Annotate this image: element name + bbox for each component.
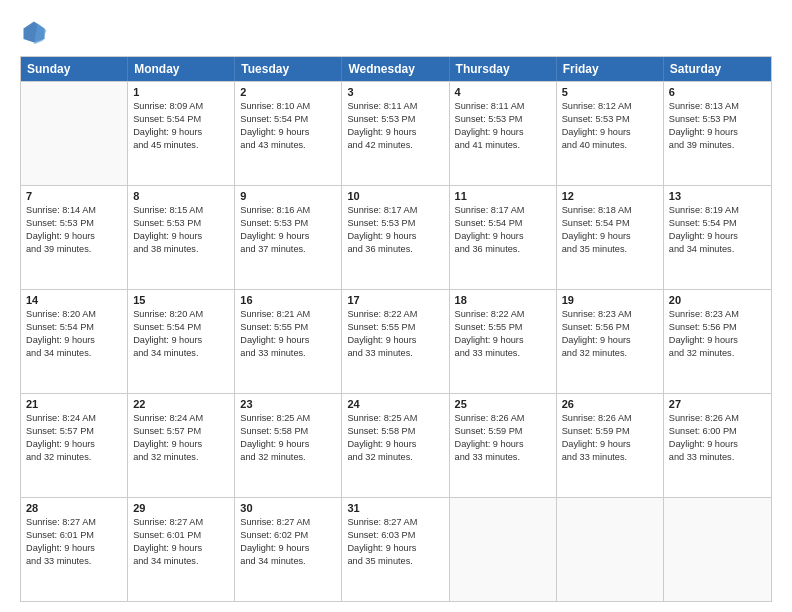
calendar-header: SundayMondayTuesdayWednesdayThursdayFrid… — [21, 57, 771, 81]
sunset-line: Sunset: 5:54 PM — [26, 321, 122, 334]
sunrise-line: Sunrise: 8:11 AM — [347, 100, 443, 113]
daylight-label: Daylight: 9 hours — [347, 230, 443, 243]
day-number: 11 — [455, 190, 551, 202]
sunset-line: Sunset: 5:54 PM — [133, 113, 229, 126]
day-number: 22 — [133, 398, 229, 410]
sunrise-line: Sunrise: 8:25 AM — [240, 412, 336, 425]
sunrise-line: Sunrise: 8:14 AM — [26, 204, 122, 217]
calendar-cell: 11Sunrise: 8:17 AMSunset: 5:54 PMDayligh… — [450, 186, 557, 289]
header-day-sunday: Sunday — [21, 57, 128, 81]
day-number: 21 — [26, 398, 122, 410]
day-number: 8 — [133, 190, 229, 202]
sunset-line: Sunset: 6:00 PM — [669, 425, 766, 438]
sunset-line: Sunset: 5:57 PM — [26, 425, 122, 438]
daylight-label: Daylight: 9 hours — [26, 542, 122, 555]
sunset-line: Sunset: 5:53 PM — [669, 113, 766, 126]
daylight-label: Daylight: 9 hours — [669, 126, 766, 139]
calendar-cell: 13Sunrise: 8:19 AMSunset: 5:54 PMDayligh… — [664, 186, 771, 289]
day-number: 23 — [240, 398, 336, 410]
daylight-label: Daylight: 9 hours — [455, 334, 551, 347]
calendar-cell: 3Sunrise: 8:11 AMSunset: 5:53 PMDaylight… — [342, 82, 449, 185]
calendar-cell: 5Sunrise: 8:12 AMSunset: 5:53 PMDaylight… — [557, 82, 664, 185]
daylight-label: Daylight: 9 hours — [240, 542, 336, 555]
sunrise-line: Sunrise: 8:27 AM — [240, 516, 336, 529]
calendar-cell: 27Sunrise: 8:26 AMSunset: 6:00 PMDayligh… — [664, 394, 771, 497]
header-day-friday: Friday — [557, 57, 664, 81]
sunrise-line: Sunrise: 8:11 AM — [455, 100, 551, 113]
calendar-row-4: 28Sunrise: 8:27 AMSunset: 6:01 PMDayligh… — [21, 497, 771, 601]
calendar-cell: 28Sunrise: 8:27 AMSunset: 6:01 PMDayligh… — [21, 498, 128, 601]
calendar-cell — [557, 498, 664, 601]
daylight-label: Daylight: 9 hours — [240, 126, 336, 139]
day-number: 28 — [26, 502, 122, 514]
calendar-row-0: 1Sunrise: 8:09 AMSunset: 5:54 PMDaylight… — [21, 81, 771, 185]
sunrise-line: Sunrise: 8:17 AM — [455, 204, 551, 217]
day-number: 29 — [133, 502, 229, 514]
sunrise-line: Sunrise: 8:22 AM — [347, 308, 443, 321]
sunrise-line: Sunrise: 8:17 AM — [347, 204, 443, 217]
calendar-cell: 20Sunrise: 8:23 AMSunset: 5:56 PMDayligh… — [664, 290, 771, 393]
daylight-minutes: and 37 minutes. — [240, 243, 336, 256]
sunrise-line: Sunrise: 8:16 AM — [240, 204, 336, 217]
sunrise-line: Sunrise: 8:13 AM — [669, 100, 766, 113]
sunrise-line: Sunrise: 8:15 AM — [133, 204, 229, 217]
daylight-label: Daylight: 9 hours — [347, 542, 443, 555]
daylight-label: Daylight: 9 hours — [562, 334, 658, 347]
sunset-line: Sunset: 5:53 PM — [26, 217, 122, 230]
day-number: 16 — [240, 294, 336, 306]
sunset-line: Sunset: 5:53 PM — [455, 113, 551, 126]
day-number: 7 — [26, 190, 122, 202]
sunrise-line: Sunrise: 8:22 AM — [455, 308, 551, 321]
page: SundayMondayTuesdayWednesdayThursdayFrid… — [0, 0, 792, 612]
sunset-line: Sunset: 5:53 PM — [562, 113, 658, 126]
calendar-cell: 29Sunrise: 8:27 AMSunset: 6:01 PMDayligh… — [128, 498, 235, 601]
daylight-label: Daylight: 9 hours — [133, 438, 229, 451]
sunset-line: Sunset: 5:59 PM — [455, 425, 551, 438]
sunset-line: Sunset: 5:54 PM — [455, 217, 551, 230]
day-number: 3 — [347, 86, 443, 98]
sunrise-line: Sunrise: 8:18 AM — [562, 204, 658, 217]
sunrise-line: Sunrise: 8:12 AM — [562, 100, 658, 113]
sunrise-line: Sunrise: 8:26 AM — [455, 412, 551, 425]
calendar-cell: 4Sunrise: 8:11 AMSunset: 5:53 PMDaylight… — [450, 82, 557, 185]
sunrise-line: Sunrise: 8:27 AM — [26, 516, 122, 529]
calendar-cell: 24Sunrise: 8:25 AMSunset: 5:58 PMDayligh… — [342, 394, 449, 497]
daylight-minutes: and 39 minutes. — [669, 139, 766, 152]
sunrise-line: Sunrise: 8:20 AM — [133, 308, 229, 321]
calendar-cell: 8Sunrise: 8:15 AMSunset: 5:53 PMDaylight… — [128, 186, 235, 289]
daylight-label: Daylight: 9 hours — [240, 334, 336, 347]
sunrise-line: Sunrise: 8:26 AM — [562, 412, 658, 425]
day-number: 18 — [455, 294, 551, 306]
sunset-line: Sunset: 5:58 PM — [240, 425, 336, 438]
daylight-label: Daylight: 9 hours — [26, 334, 122, 347]
daylight-minutes: and 32 minutes. — [26, 451, 122, 464]
daylight-label: Daylight: 9 hours — [562, 438, 658, 451]
daylight-label: Daylight: 9 hours — [240, 438, 336, 451]
sunset-line: Sunset: 5:56 PM — [562, 321, 658, 334]
day-number: 26 — [562, 398, 658, 410]
sunrise-line: Sunrise: 8:20 AM — [26, 308, 122, 321]
daylight-label: Daylight: 9 hours — [26, 438, 122, 451]
daylight-label: Daylight: 9 hours — [133, 542, 229, 555]
sunset-line: Sunset: 5:56 PM — [669, 321, 766, 334]
calendar-cell: 26Sunrise: 8:26 AMSunset: 5:59 PMDayligh… — [557, 394, 664, 497]
daylight-label: Daylight: 9 hours — [562, 230, 658, 243]
sunset-line: Sunset: 6:03 PM — [347, 529, 443, 542]
sunset-line: Sunset: 5:59 PM — [562, 425, 658, 438]
day-number: 10 — [347, 190, 443, 202]
daylight-minutes: and 33 minutes. — [455, 451, 551, 464]
daylight-label: Daylight: 9 hours — [133, 126, 229, 139]
calendar-cell: 10Sunrise: 8:17 AMSunset: 5:53 PMDayligh… — [342, 186, 449, 289]
calendar-cell: 22Sunrise: 8:24 AMSunset: 5:57 PMDayligh… — [128, 394, 235, 497]
sunset-line: Sunset: 5:55 PM — [347, 321, 443, 334]
calendar-cell — [664, 498, 771, 601]
daylight-minutes: and 35 minutes. — [347, 555, 443, 568]
header-day-wednesday: Wednesday — [342, 57, 449, 81]
daylight-label: Daylight: 9 hours — [669, 230, 766, 243]
day-number: 30 — [240, 502, 336, 514]
sunrise-line: Sunrise: 8:10 AM — [240, 100, 336, 113]
daylight-label: Daylight: 9 hours — [347, 438, 443, 451]
sunset-line: Sunset: 5:53 PM — [347, 113, 443, 126]
daylight-minutes: and 33 minutes. — [347, 347, 443, 360]
sunset-line: Sunset: 5:54 PM — [669, 217, 766, 230]
